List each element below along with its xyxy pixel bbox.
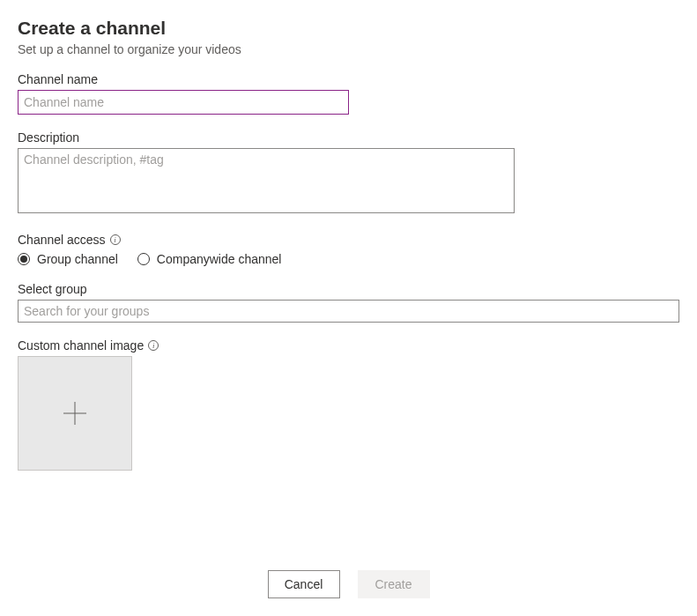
radio-label-companywide: Companywide channel — [157, 252, 282, 266]
radio-icon — [18, 253, 30, 265]
page-title: Create a channel — [18, 18, 679, 39]
cancel-button[interactable]: Cancel — [268, 570, 340, 598]
channel-name-input[interactable] — [18, 90, 349, 115]
channel-name-label: Channel name — [18, 72, 679, 86]
channel-access-radiogroup: Group channel Companywide channel — [18, 252, 679, 266]
select-group-input[interactable] — [18, 300, 679, 323]
info-icon[interactable]: i — [110, 234, 121, 245]
page-subtitle: Set up a channel to organize your videos — [18, 42, 679, 56]
description-textarea[interactable] — [18, 148, 515, 213]
radio-icon — [137, 253, 150, 265]
info-icon[interactable]: i — [148, 340, 159, 351]
footer-actions: Cancel Create — [0, 570, 697, 598]
select-group-label: Select group — [18, 282, 679, 296]
radio-group-channel[interactable]: Group channel — [18, 252, 118, 266]
custom-image-label: Custom channel image — [18, 338, 144, 353]
description-label: Description — [18, 130, 679, 145]
plus-icon — [63, 402, 86, 425]
radio-companywide-channel[interactable]: Companywide channel — [137, 252, 282, 266]
radio-label-group: Group channel — [37, 252, 118, 266]
create-button[interactable]: Create — [358, 570, 430, 598]
channel-access-label: Channel access — [18, 233, 106, 247]
custom-image-upload[interactable] — [18, 356, 132, 471]
